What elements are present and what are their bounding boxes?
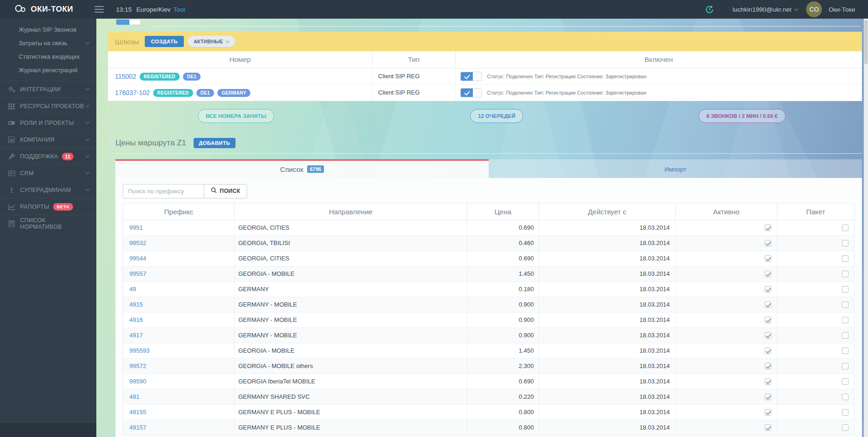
- sidebar-subitem-0[interactable]: Журнал SIP Звонков: [0, 23, 96, 36]
- active-checkbox[interactable]: [765, 409, 771, 416]
- active-checkbox[interactable]: [765, 332, 771, 339]
- price-col-date: Действует с: [539, 203, 676, 220]
- gateway-row: 176037-102REGISTEREDDE1GERMANYClient SIP…: [108, 84, 862, 101]
- gateway-number-link[interactable]: 176037-102: [115, 89, 150, 96]
- hamburger-menu-icon[interactable]: [94, 4, 104, 14]
- avatar[interactable]: CO: [806, 1, 822, 17]
- logo-text: ОКИ-ТОКИ: [31, 5, 73, 14]
- prefix-link[interactable]: 99572: [129, 362, 146, 369]
- active-checkbox[interactable]: [765, 240, 771, 246]
- active-checkbox[interactable]: [765, 301, 771, 308]
- sidebar-section-0[interactable]: ИНТЕГРАЦИИ: [0, 81, 96, 97]
- sidebar-section-2[interactable]: РОЛИ И ПРОЕКТЫ: [0, 114, 96, 131]
- sidebar-section-label: КОМПАНИЯ: [20, 137, 54, 143]
- sidebar-section-4[interactable]: ПОДДЕРЖКА11: [0, 148, 96, 164]
- price-row: 491GERMANY SHARED SVC0.22018.03.2014: [123, 389, 855, 404]
- price-row: 99572GEORGIA - MOBILE others2.30018.03.2…: [123, 358, 855, 374]
- gateway-enabled-toggle[interactable]: [460, 72, 482, 81]
- sidebar-subitem-1[interactable]: Затраты на связь: [0, 36, 96, 50]
- active-checkbox[interactable]: [765, 378, 771, 385]
- gateways-table: Номер Тип Включен 115002REGISTEREDDE1Cli…: [108, 51, 862, 101]
- prefix-link[interactable]: 9951: [129, 224, 143, 231]
- create-gateway-button[interactable]: СОЗДАТЬ: [145, 36, 183, 47]
- user-email-dropdown[interactable]: luchkin1990@ukr.net: [733, 6, 798, 13]
- active-checkbox[interactable]: [765, 271, 771, 277]
- prefix-link[interactable]: 995593: [129, 347, 149, 354]
- sidebar-section-label: СПИСОК НОРМАТИВОВ: [20, 217, 89, 230]
- prefix-link[interactable]: 491: [129, 393, 140, 400]
- search-button[interactable]: ПОИСК: [204, 184, 247, 198]
- prefix-link[interactable]: 99557: [129, 270, 146, 277]
- prefix-link[interactable]: 49: [129, 286, 136, 293]
- package-checkbox[interactable]: [842, 348, 848, 354]
- price-row: 995593GEORGIA - MOBILE1.45018.03.2014: [123, 343, 855, 358]
- package-checkbox[interactable]: [842, 271, 848, 277]
- prefix-link[interactable]: 49157: [129, 424, 146, 431]
- active-checkbox[interactable]: [765, 394, 771, 400]
- chevron-down-icon: [86, 187, 89, 191]
- status-pills-row: ВСЕ НОМЕРА ЗАНЯТЫ12 ОЧЕРЕДЕЙ8 ЗВОНКОВ / …: [108, 109, 862, 123]
- package-checkbox[interactable]: [842, 424, 848, 431]
- sidebar-section-8[interactable]: СПИСОК НОРМАТИВОВ: [0, 215, 96, 232]
- gateway-number-link[interactable]: 115002: [115, 73, 136, 80]
- active-checkbox[interactable]: [765, 424, 771, 431]
- price-row: 99590GEORGIA IberiaTel MOBILE0.69018.03.…: [123, 374, 855, 389]
- price-tabs: Список 6796 Импорт: [115, 159, 862, 178]
- sidebar-section-5[interactable]: CRM: [0, 164, 96, 181]
- price-col-active: Активно: [676, 203, 777, 220]
- history-refresh-icon[interactable]: [705, 5, 714, 14]
- app-logo[interactable]: ОКИ-ТОКИ: [14, 4, 73, 15]
- package-checkbox[interactable]: [842, 332, 848, 339]
- active-checkbox[interactable]: [765, 225, 771, 231]
- package-checkbox[interactable]: [842, 225, 848, 231]
- active-checkbox[interactable]: [765, 363, 771, 369]
- sidebar-section-7[interactable]: РАПОРТЫBETA: [0, 198, 96, 215]
- price-col-price: Цена: [467, 203, 539, 220]
- gateway-status-badge: DE1: [196, 89, 214, 97]
- active-checkbox[interactable]: [765, 286, 771, 293]
- list-icon: [7, 170, 16, 177]
- sidebar-section-3[interactable]: КОМПАНИЯ: [0, 131, 96, 148]
- status-pill[interactable]: 8 ЗВОНКОВ / 2 МИН / 0.55 €: [699, 109, 786, 123]
- sidebar-section-6[interactable]: СУПЕРАДМИНАМ: [0, 181, 96, 198]
- scrollbar-thumb[interactable]: [864, 20, 868, 64]
- gateway-status-badge: REGISTERED: [140, 73, 180, 81]
- package-checkbox[interactable]: [842, 378, 848, 385]
- prefix-search-input[interactable]: [123, 184, 204, 198]
- package-checkbox[interactable]: [842, 240, 848, 246]
- prefix-link[interactable]: 4917: [129, 332, 143, 339]
- package-checkbox[interactable]: [842, 301, 848, 308]
- package-checkbox[interactable]: [842, 255, 848, 262]
- active-checkbox[interactable]: [765, 348, 771, 354]
- package-checkbox[interactable]: [842, 286, 848, 293]
- timezone-tool-link[interactable]: Tool: [174, 6, 185, 13]
- prefix-link[interactable]: 4915: [129, 301, 143, 308]
- tab-list[interactable]: Список 6796: [115, 159, 489, 178]
- status-pill[interactable]: 12 ОЧЕРЕДЕЙ: [470, 109, 523, 123]
- active-checkbox[interactable]: [765, 255, 771, 262]
- price-row: 99544GEORGIA, CITIES0.69018.03.2014: [123, 251, 855, 266]
- prefix-link[interactable]: 49155: [129, 409, 146, 416]
- sidebar-subitem-3[interactable]: Журнал регистраций: [0, 63, 96, 77]
- package-checkbox[interactable]: [842, 317, 848, 323]
- sidebar-section-1[interactable]: РЕСУРСЫ ПРОЕКТОВ: [0, 97, 96, 114]
- active-checkbox[interactable]: [765, 317, 771, 323]
- status-pill[interactable]: ВСЕ НОМЕРА ЗАНЯТЫ: [198, 109, 274, 123]
- prefix-link[interactable]: 99544: [129, 255, 146, 262]
- prefix-link[interactable]: 99532: [129, 239, 146, 246]
- gateways-col-enabled: Включен: [455, 51, 862, 68]
- add-price-button[interactable]: ДОБАВИТЬ: [194, 138, 236, 148]
- sidebar-subitem-2[interactable]: Статистика входящих: [0, 50, 96, 63]
- package-checkbox[interactable]: [842, 394, 848, 400]
- prefix-link[interactable]: 99590: [129, 378, 146, 385]
- chevron-down-icon: [86, 87, 89, 90]
- gateway-enabled-toggle[interactable]: [460, 88, 482, 97]
- tab-import[interactable]: Импорт: [489, 159, 862, 178]
- gateways-filter-dropdown[interactable]: АКТИВНЫЕ: [188, 36, 236, 47]
- prefix-link[interactable]: 4916: [129, 316, 143, 323]
- chevron-down-icon: [86, 103, 89, 107]
- package-checkbox[interactable]: [842, 363, 848, 369]
- gateway-status-badge: REGISTERED: [153, 89, 193, 97]
- package-checkbox[interactable]: [842, 409, 848, 416]
- chevron-down-icon: [86, 154, 89, 157]
